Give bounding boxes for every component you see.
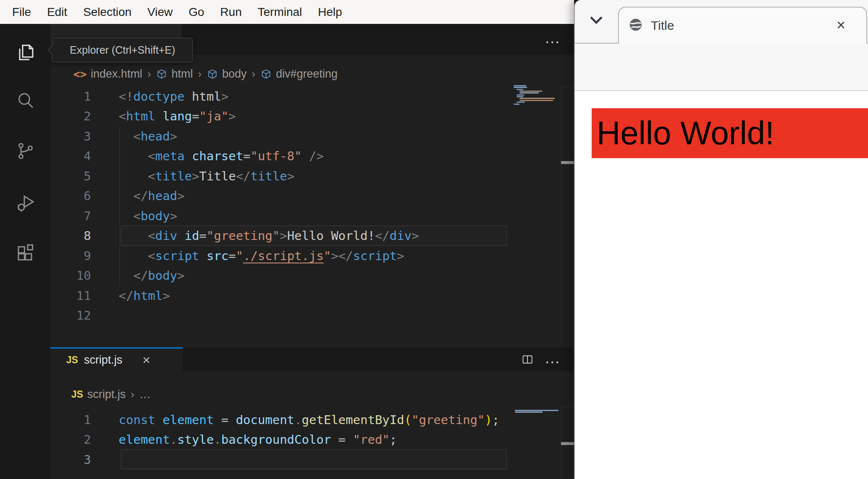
source-control-icon[interactable] (16, 141, 36, 161)
menu-bar: FileEditSelectionViewGoRunTerminalHelp (0, 0, 574, 24)
line-number: 6 (50, 189, 91, 203)
chevron-right-icon: › (198, 68, 202, 81)
minimap-line (517, 102, 525, 103)
cube-symbol-icon (260, 68, 272, 80)
breadcrumb-item[interactable]: div#greeting (260, 68, 338, 81)
menu-selection[interactable]: Selection (75, 5, 139, 19)
code-line-9[interactable]: 9 <script src="./script.js"></script> (50, 246, 570, 266)
browser-tab-title: Title (651, 18, 674, 33)
code-line-12[interactable]: 12 (50, 306, 570, 326)
editor-more-actions-icon[interactable]: … (544, 349, 561, 367)
line-number: 2 (50, 432, 91, 447)
breadcrumb-label: … (139, 388, 151, 401)
tab-script-js[interactable]: JS script.js × (50, 347, 183, 371)
breadcrumb-item[interactable]: … (139, 388, 151, 401)
breadcrumb-label: script.js (87, 388, 126, 401)
code-line-6[interactable]: 6 </head> (50, 186, 570, 206)
breadcrumb-label: body (222, 68, 247, 81)
run-and-debug-icon[interactable] (16, 193, 36, 213)
globe-icon (628, 17, 643, 34)
menu-view[interactable]: View (140, 5, 181, 19)
breadcrumb-item[interactable]: <>index.html (73, 68, 142, 81)
code-line-1[interactable]: 1<!doctype html> (50, 86, 570, 107)
editor-more-actions-icon[interactable]: … (544, 29, 561, 47)
minimap-line (520, 91, 542, 92)
minimap-line (514, 85, 526, 86)
editor-scrollbar[interactable] (561, 87, 574, 347)
line-number: 8 (50, 229, 91, 243)
code-line-1[interactable]: 1const element = document.getElementById… (50, 410, 570, 430)
minimap-line (514, 104, 520, 105)
minimap-line (520, 98, 555, 99)
browser-toolbar: ファイル /home/u (575, 44, 868, 90)
minimap-line (520, 92, 539, 94)
scrollbar-thumb[interactable] (561, 442, 574, 445)
menu-run[interactable]: Run (212, 5, 249, 19)
greeting-text: Hello World! (592, 114, 774, 152)
breadcrumb-item[interactable]: html (156, 68, 193, 81)
chevron-right-icon: › (131, 388, 135, 401)
close-tab-icon[interactable]: × (143, 353, 151, 367)
line-number: 1 (50, 413, 91, 427)
minimap-line (517, 89, 523, 90)
current-line-highlight (121, 226, 507, 246)
code-line-11[interactable]: 11</html> (50, 286, 570, 306)
minimap-line (515, 411, 543, 413)
breadcrumb-label: div#greeting (276, 68, 338, 81)
js-file-icon: JS (66, 354, 78, 366)
current-line-highlight (121, 449, 507, 469)
breadcrumb-label: index.html (91, 68, 142, 81)
tab-search-chevron-icon[interactable] (589, 14, 603, 27)
browser-window: Title × ファイル /home/u Hello World (574, 0, 868, 479)
breadcrumb-item[interactable]: body (207, 68, 247, 81)
menu-edit[interactable]: Edit (39, 5, 75, 19)
line-number: 5 (50, 169, 91, 183)
menu-file[interactable]: File (4, 5, 39, 19)
minimap-line (517, 94, 524, 96)
activity-bar (0, 24, 50, 479)
chevron-right-icon: › (147, 68, 151, 81)
html-file-icon: <> (73, 68, 86, 81)
vscode-window: FileEditSelectionViewGoRunTerminalHelp …… (0, 0, 574, 479)
menu-terminal[interactable]: Terminal (249, 5, 310, 19)
line-number: 10 (50, 268, 91, 283)
breadcrumb: JSscript.js›… (71, 383, 151, 406)
extensions-icon[interactable] (16, 243, 36, 263)
code-line-4[interactable]: 4 <meta charset="utf-8" /> (50, 146, 570, 167)
line-number: 11 (50, 289, 91, 303)
line-number: 4 (50, 149, 91, 163)
code-line-2[interactable]: 2<html lang="ja"> (50, 107, 570, 127)
minimap-line (515, 410, 559, 411)
html-code-editor[interactable]: 1<!doctype html>2<html lang="ja">3 <head… (50, 86, 570, 325)
editor-scrollbar[interactable] (561, 407, 574, 479)
breadcrumb-label: html (172, 68, 193, 81)
js-file-icon: JS (71, 389, 83, 400)
scrollbar-thumb[interactable] (561, 161, 574, 164)
close-tab-icon[interactable]: × (837, 18, 845, 33)
minimap-line (517, 96, 523, 97)
browser-viewport: Hello World! (575, 91, 868, 479)
line-number: 7 (50, 209, 91, 223)
explorer-icon[interactable] (16, 42, 36, 62)
split-editor-icon[interactable] (521, 353, 534, 366)
code-line-3[interactable]: 3 <head> (50, 126, 570, 146)
code-line-7[interactable]: 7 <body> (50, 206, 570, 226)
code-line-2[interactable]: 2element.style.backgroundColor = "red"; (50, 430, 570, 450)
breadcrumb-item[interactable]: JSscript.js (71, 388, 126, 401)
code-line-5[interactable]: 5 <title>Title</title> (50, 166, 570, 186)
explorer-tooltip: Explorer (Ctrl+Shift+E) (52, 38, 193, 62)
code-line-10[interactable]: 10 </body> (50, 266, 570, 286)
line-number: 9 (50, 249, 91, 263)
search-icon[interactable] (16, 91, 36, 111)
line-number: 1 (50, 89, 91, 104)
menu-go[interactable]: Go (181, 5, 212, 19)
chevron-right-icon: › (252, 68, 255, 81)
indent-guide (120, 126, 120, 286)
menu-help[interactable]: Help (310, 5, 350, 19)
line-number: 12 (50, 308, 91, 323)
browser-tab[interactable]: Title × (618, 7, 867, 44)
greeting-div: Hello World! (592, 108, 868, 158)
line-number: 3 (50, 129, 91, 143)
cube-symbol-icon (207, 68, 218, 80)
line-number: 2 (50, 109, 91, 123)
